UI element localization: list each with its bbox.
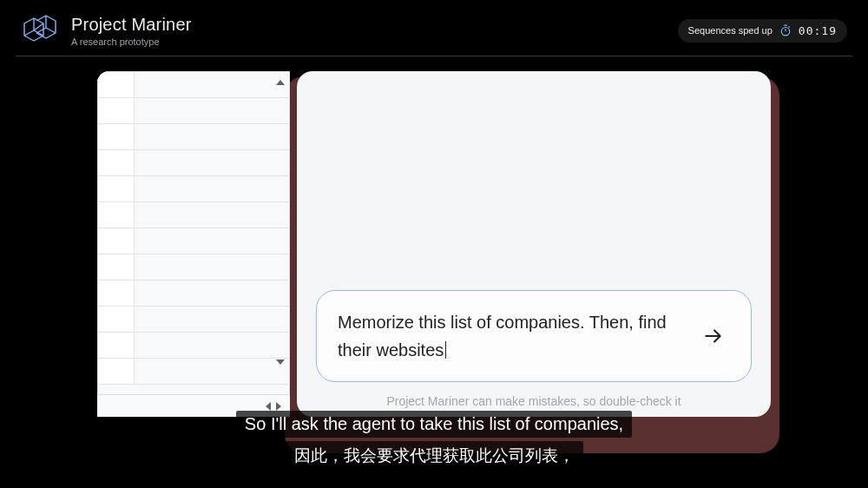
- page-subtitle: A research prototype: [71, 36, 192, 47]
- timer-value: 00:19: [799, 24, 837, 37]
- send-button[interactable]: [697, 320, 730, 353]
- prompt-input[interactable]: Memorize this list of companies. Then, f…: [316, 290, 752, 382]
- header: Project Mariner A research prototype Seq…: [0, 0, 868, 56]
- scroll-down-icon[interactable]: [276, 359, 285, 365]
- chevron-right-icon[interactable]: [276, 402, 281, 411]
- scroll-up-icon[interactable]: [276, 80, 285, 85]
- disclaimer-text: Project Mariner can make mistakes, so do…: [316, 394, 752, 408]
- prompt-text[interactable]: Memorize this list of companies. Then, f…: [338, 308, 685, 364]
- spreadsheet-panel[interactable]: [97, 71, 290, 417]
- text-cursor: [445, 341, 446, 359]
- stopwatch-icon: [779, 24, 792, 36]
- sheet-tab-nav: [97, 394, 290, 417]
- divider: [16, 56, 852, 56]
- timer-pill: Sequences sped up 00:19: [678, 19, 847, 43]
- agent-panel: Memorize this list of companies. Then, f…: [297, 71, 771, 417]
- logo-icon: [21, 14, 59, 47]
- timer-label: Sequences sped up: [688, 25, 773, 36]
- brand: Project Mariner A research prototype: [21, 14, 192, 47]
- spreadsheet-grid[interactable]: [97, 71, 290, 394]
- page-title: Project Mariner: [71, 15, 192, 35]
- prompt-text-value: Memorize this list of companies. Then, f…: [338, 313, 667, 359]
- chevron-left-icon[interactable]: [266, 402, 271, 411]
- vertical-scrollbar[interactable]: [274, 80, 286, 365]
